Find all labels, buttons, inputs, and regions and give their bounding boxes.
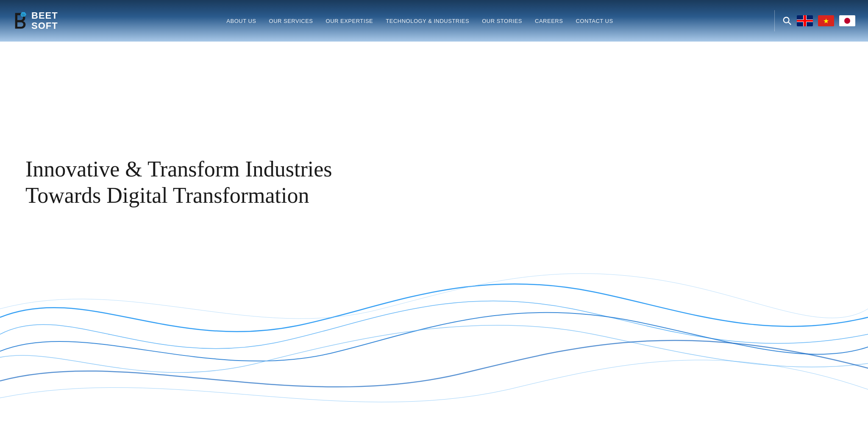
flag-english[interactable] [797,15,813,26]
nav-our-stories[interactable]: OUR STORIES [476,16,528,26]
svg-line-1 [788,22,791,25]
logo-text: BEET SOFT [31,11,58,31]
nav-careers[interactable]: CAREERS [529,16,569,26]
site-header: BEET SOFT ABOUT US OUR SERVICES OUR EXPE… [0,0,868,42]
hero-section: Innovative & Transform Industries Toward… [0,42,868,428]
search-icon [782,16,792,25]
logo[interactable]: BEET SOFT [13,11,68,31]
main-nav: ABOUT US OUR SERVICES OUR EXPERTISE TECH… [68,16,772,26]
nav-contact-us[interactable]: CONTACT US [570,16,619,26]
nav-our-services[interactable]: OUR SERVICES [263,16,319,26]
nav-technology-industries[interactable]: TECHNOLOGY & INDUSTRIES [380,16,475,26]
header-right [772,10,855,31]
header-divider [774,10,775,31]
logo-icon [13,11,28,30]
svg-point-0 [784,17,789,23]
wave-decoration [0,232,868,428]
search-button[interactable] [782,16,792,25]
nav-our-expertise[interactable]: OUR EXPERTISE [320,16,379,26]
flag-vietnamese[interactable] [818,15,834,26]
nav-about-us[interactable]: ABOUT US [220,16,262,26]
flag-japanese[interactable] [839,15,855,26]
hero-title-line1: Innovative & Transform Industries [25,156,332,182]
hero-title-line2: Towards Digital Transformation [25,182,332,209]
hero-text-block: Innovative & Transform Industries Toward… [25,156,332,209]
